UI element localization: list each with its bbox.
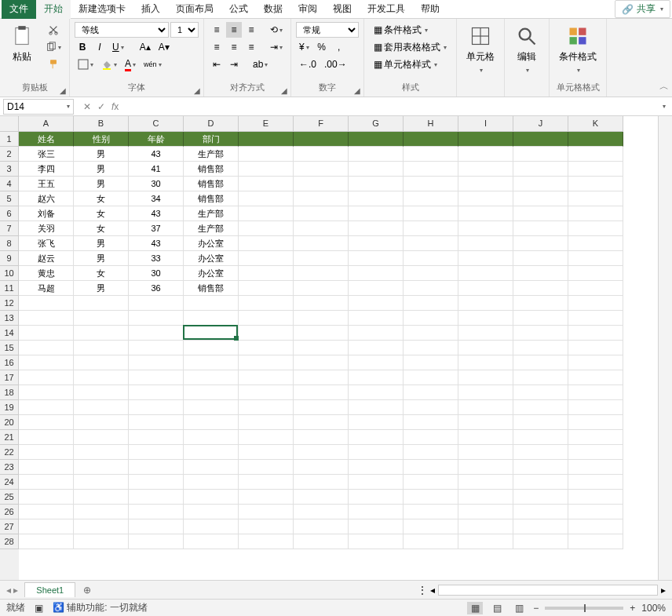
cell[interactable] xyxy=(239,266,294,281)
cell[interactable] xyxy=(349,221,404,236)
cell[interactable] xyxy=(349,415,404,430)
cell[interactable] xyxy=(458,206,513,221)
cell[interactable] xyxy=(458,147,513,162)
row-header[interactable]: 20 xyxy=(0,415,19,430)
cell-styles-button[interactable]: ▦ 单元格样式▾ xyxy=(369,56,442,72)
cell[interactable] xyxy=(404,326,458,341)
cell[interactable]: 37 xyxy=(129,221,184,236)
cell[interactable] xyxy=(129,505,184,519)
cell[interactable] xyxy=(294,445,349,460)
font-color-button[interactable]: A▾ xyxy=(122,56,139,72)
vertical-scrollbar[interactable] xyxy=(658,116,672,580)
cell[interactable] xyxy=(19,370,74,385)
cell[interactable] xyxy=(568,311,623,326)
menu-home[interactable]: 开始 xyxy=(36,0,71,19)
cell[interactable] xyxy=(404,177,458,191)
cell[interactable] xyxy=(239,326,294,341)
cell[interactable] xyxy=(513,430,568,445)
cell[interactable] xyxy=(513,206,568,221)
cell[interactable] xyxy=(239,221,294,236)
cell[interactable] xyxy=(239,505,294,519)
cell[interactable] xyxy=(239,430,294,445)
cell[interactable] xyxy=(458,415,513,430)
cell[interactable] xyxy=(568,534,623,549)
cell[interactable] xyxy=(239,415,294,430)
cell[interactable] xyxy=(294,400,349,415)
cell[interactable] xyxy=(349,147,404,162)
cell[interactable] xyxy=(239,132,294,147)
cell[interactable] xyxy=(513,281,568,296)
cell[interactable]: 李四 xyxy=(19,162,74,177)
cell[interactable] xyxy=(74,341,129,355)
cell[interactable]: 张三 xyxy=(19,147,74,162)
cell[interactable] xyxy=(239,445,294,460)
cell[interactable]: 王五 xyxy=(19,177,74,191)
cell[interactable] xyxy=(513,266,568,281)
row-header[interactable]: 23 xyxy=(0,460,19,475)
cell[interactable] xyxy=(184,400,239,415)
cell[interactable] xyxy=(458,370,513,385)
cell[interactable] xyxy=(19,326,74,341)
cell[interactable] xyxy=(294,519,349,534)
add-sheet-button[interactable]: ⊕ xyxy=(75,585,99,596)
cell[interactable] xyxy=(294,370,349,385)
paste-button[interactable]: 粘贴 xyxy=(5,22,39,67)
cells-area[interactable]: 姓名性别年龄部门张三男43生产部李四男41销售部王五男30销售部赵六女34销售部… xyxy=(19,132,623,580)
cell[interactable] xyxy=(74,534,129,549)
cell[interactable] xyxy=(349,460,404,475)
menu-dev[interactable]: 开发工具 xyxy=(360,0,413,19)
cell[interactable] xyxy=(129,490,184,505)
cell[interactable] xyxy=(458,296,513,311)
cell[interactable] xyxy=(184,505,239,519)
cell[interactable] xyxy=(568,177,623,191)
cell[interactable] xyxy=(458,475,513,490)
cell[interactable] xyxy=(129,430,184,445)
cell[interactable] xyxy=(19,355,74,370)
cell[interactable] xyxy=(294,206,349,221)
cell[interactable] xyxy=(404,370,458,385)
cell[interactable]: 43 xyxy=(129,147,184,162)
cell[interactable] xyxy=(349,326,404,341)
cell[interactable] xyxy=(349,132,404,147)
underline-button[interactable]: U▾ xyxy=(109,39,127,55)
cell[interactable] xyxy=(568,341,623,355)
cell[interactable] xyxy=(568,191,623,206)
cell[interactable] xyxy=(184,430,239,445)
menu-data[interactable]: 数据 xyxy=(256,0,290,19)
cell[interactable] xyxy=(404,475,458,490)
cell[interactable] xyxy=(19,385,74,400)
cell[interactable] xyxy=(129,370,184,385)
cell[interactable] xyxy=(349,445,404,460)
row-header[interactable]: 3 xyxy=(0,162,19,177)
cell[interactable] xyxy=(239,147,294,162)
cell[interactable] xyxy=(404,490,458,505)
zoom-level[interactable]: 100% xyxy=(641,603,666,614)
cell[interactable] xyxy=(404,385,458,400)
cell[interactable] xyxy=(129,355,184,370)
cell[interactable] xyxy=(184,385,239,400)
cut-button[interactable] xyxy=(42,22,64,38)
cell[interactable] xyxy=(294,281,349,296)
cell[interactable] xyxy=(184,490,239,505)
cell[interactable] xyxy=(458,519,513,534)
cell[interactable] xyxy=(349,162,404,177)
cell[interactable] xyxy=(349,266,404,281)
phonetic-button[interactable]: wén▾ xyxy=(141,56,165,72)
cell[interactable]: 女 xyxy=(74,206,129,221)
cell[interactable] xyxy=(349,534,404,549)
cell[interactable] xyxy=(568,430,623,445)
normal-view-button[interactable]: ▦ xyxy=(467,602,483,614)
cell[interactable] xyxy=(513,475,568,490)
name-box[interactable]: D14 ▾ xyxy=(3,99,74,115)
cell[interactable] xyxy=(184,326,239,341)
align-right-button[interactable]: ≡ xyxy=(243,39,259,55)
cell[interactable] xyxy=(74,385,129,400)
cell[interactable] xyxy=(74,400,129,415)
cell[interactable] xyxy=(458,281,513,296)
cell[interactable] xyxy=(129,385,184,400)
cell[interactable] xyxy=(404,445,458,460)
cell[interactable] xyxy=(129,415,184,430)
cell[interactable] xyxy=(184,341,239,355)
cell[interactable] xyxy=(184,311,239,326)
cell[interactable] xyxy=(239,490,294,505)
